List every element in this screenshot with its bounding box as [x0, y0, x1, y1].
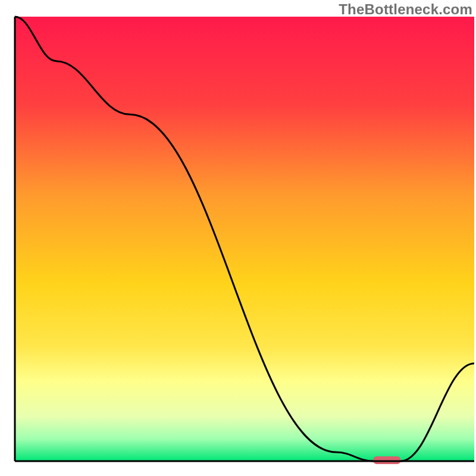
plot-background — [15, 17, 474, 461]
bottleneck-chart — [0, 0, 476, 476]
chart-container: { "watermark": "TheBottleneck.com", "cha… — [0, 0, 476, 476]
